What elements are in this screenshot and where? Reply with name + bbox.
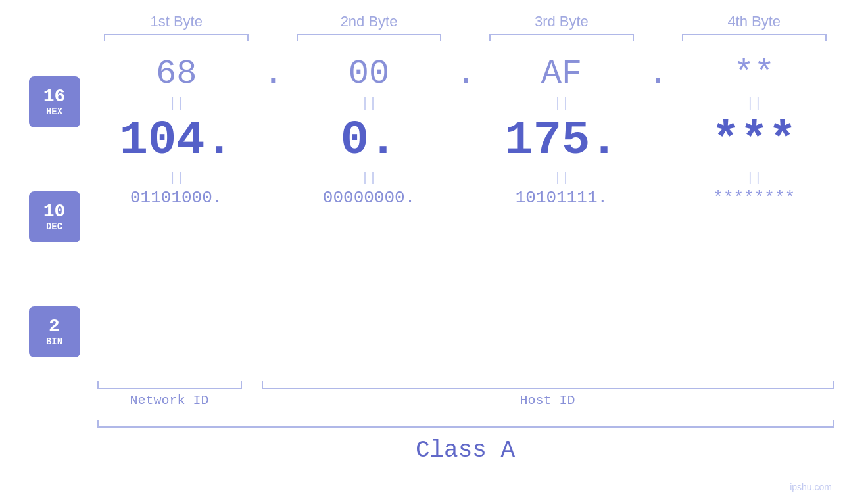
dec-badge-label: DEC [46,221,62,232]
dec-val-3: 175. [489,114,634,168]
full-bottom-bracket [97,420,834,428]
bin-badge: 2 BIN [29,306,80,357]
header-spacer-1 [263,13,283,30]
dec-badge-wrapper: 10 DEC [12,151,97,283]
top-brackets-row [97,34,834,41]
sep-2-1: || [104,170,249,185]
sep-2-4: || [682,170,827,185]
bin-badge-label: BIN [46,336,62,347]
hex-val-1: 68 [104,55,249,93]
network-id-label: Network ID [97,393,242,408]
host-id-label: Host ID [262,393,834,408]
dec-value-3: 175. [504,114,618,168]
bin-val-1: 01101000. [104,188,249,208]
byte-headers-row: 1st Byte 2nd Byte 3rd Byte 4th Byte [97,13,834,34]
bin-val-2: 00000000. [297,188,441,208]
byte-header-4: 4th Byte [682,13,827,30]
hex-val-4: ** [682,55,827,93]
bracket-dot-gap-1 [242,381,262,408]
hex-val-3: AF [489,55,634,93]
top-bracket-2 [297,34,441,41]
byte-header-1: 1st Byte [104,13,249,30]
sep-2-2: || [297,170,441,185]
top-bracket-4 [682,34,827,41]
dec-values-row: 104. 0. 175. *** [97,114,834,168]
watermark: ipshu.com [790,482,832,492]
hex-dot-icon-1: . [263,55,283,93]
bottom-section: Network ID Host ID Class A [12,381,834,464]
right-content: 1st Byte 2nd Byte 3rd Byte 4th Byte [97,13,834,381]
hex-values-row: 68 . 00 . AF . ** [97,55,834,93]
bin-value-1: 01101000. [130,188,222,208]
bin-value-3: 10101111. [516,188,608,208]
dec-value-1: 104. [120,114,233,168]
hex-value-4: ** [734,55,775,93]
byte-header-2: 2nd Byte [297,13,441,30]
network-bracket-bottom [97,381,242,389]
dec-val-1: 104. [104,114,249,168]
hex-dot-2: . [455,55,475,93]
bin-badge-number: 2 [49,317,60,337]
header-spacer-3 [648,13,667,30]
hex-badge-wrapper: 16 HEX [12,53,97,151]
top-bracket-spacer-3 [648,34,667,41]
hex-badge: 16 HEX [29,76,80,127]
sep-1-2: || [297,96,441,111]
network-bracket-wrap: Network ID [97,381,242,408]
dec-value-2: 0. [341,114,397,168]
sep-1-1: || [104,96,249,111]
hex-dot-icon-3: . [648,55,668,93]
page-container: 16 HEX 10 DEC 2 BIN 1st Byte [0,0,845,504]
hex-badge-label: HEX [46,106,62,117]
class-label: Class A [97,437,834,464]
header-spacer-2 [455,13,475,30]
hex-value-1: 68 [156,55,197,93]
badges-column: 16 HEX 10 DEC 2 BIN [12,13,97,381]
hex-value-3: AF [541,55,582,93]
bracket-labels-area: Network ID Host ID [97,381,834,408]
hex-badge-number: 16 [43,87,66,107]
separator-row-1: || || || || [97,93,834,114]
main-layout: 16 HEX 10 DEC 2 BIN 1st Byte [12,13,834,381]
hex-dot-icon-2: . [455,55,475,93]
top-bracket-spacer-1 [263,34,283,41]
bin-val-4: ******** [682,188,827,208]
sep-2-3: || [489,170,634,185]
host-bracket-bottom [262,381,834,389]
bin-values-row: 01101000. 00000000. 10101111. ******** [97,188,834,208]
bin-badge-wrapper: 2 BIN [12,283,97,381]
top-bracket-3 [489,34,634,41]
hex-val-2: 00 [297,55,441,93]
dec-val-4: *** [682,114,827,168]
top-bracket-spacer-2 [455,34,475,41]
bin-value-2: 00000000. [323,188,415,208]
host-bracket-wrap: Host ID [262,381,834,408]
separator-row-2: || || || || [97,168,834,188]
dec-value-4: *** [712,114,797,168]
dec-badge-number: 10 [43,202,66,222]
bin-val-3: 10101111. [489,188,634,208]
hex-value-2: 00 [349,55,389,93]
sep-1-3: || [489,96,634,111]
dec-val-2: 0. [297,114,441,168]
bin-value-4: ******** [713,188,795,208]
hex-dot-3: . [648,55,667,93]
hex-dot-1: . [263,55,283,93]
top-bracket-1 [104,34,249,41]
byte-header-3: 3rd Byte [489,13,634,30]
sep-1-4: || [682,96,827,111]
dec-badge: 10 DEC [29,191,80,242]
